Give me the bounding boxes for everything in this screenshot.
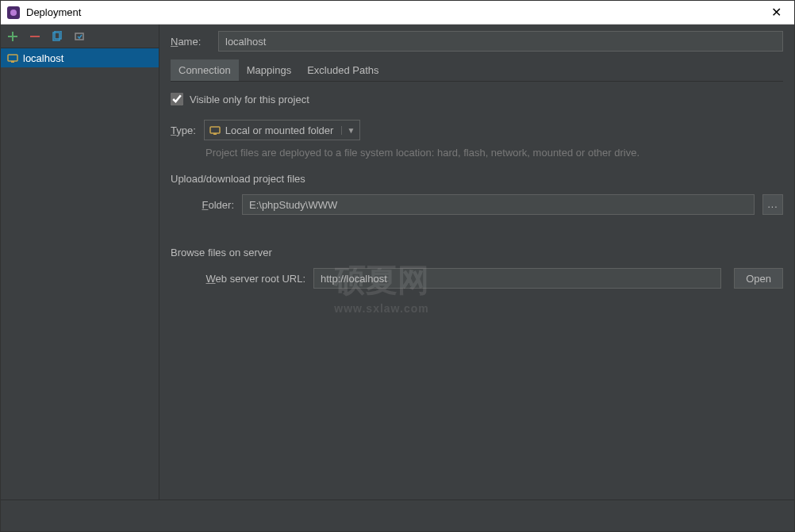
browse-section-label: Browse files on server <box>171 247 783 258</box>
web-root-input[interactable] <box>313 268 721 289</box>
remove-button[interactable] <box>28 29 42 44</box>
app-icon <box>7 6 20 19</box>
sidebar-toolbar <box>1 25 159 48</box>
tab-excluded-paths[interactable]: Excluded Paths <box>299 59 386 81</box>
upload-section-label: Upload/download project files <box>171 173 783 185</box>
copy-button[interactable] <box>50 29 64 44</box>
web-root-row: Web server root URL: Open <box>171 268 783 289</box>
tab-content-connection: Visible only for this project Type: Loca… <box>171 82 783 298</box>
visible-only-label: Visible only for this project <box>190 94 309 105</box>
folder-input[interactable] <box>242 194 755 215</box>
type-select[interactable]: Local or mounted folder ▼ <box>204 120 361 140</box>
svg-point-1 <box>10 10 17 16</box>
type-hint: Project files are deployed to a file sys… <box>205 147 783 159</box>
folder-row: Folder: ... <box>171 194 783 215</box>
close-button[interactable]: ✕ <box>765 5 788 20</box>
open-button[interactable]: Open <box>734 268 783 289</box>
main-panel: Name: Connection Mappings Excluded Paths… <box>159 25 794 499</box>
tab-mappings[interactable]: Mappings <box>239 59 299 81</box>
tabs: Connection Mappings Excluded Paths <box>171 59 783 82</box>
folder-label: Folder: <box>186 199 234 211</box>
deployment-dialog: Deployment ✕ <box>0 0 795 532</box>
server-item-localhost[interactable]: localhost <box>1 48 159 67</box>
server-icon <box>7 52 18 63</box>
browse-folder-button[interactable]: ... <box>762 194 783 215</box>
sidebar: localhost <box>1 25 159 499</box>
svg-rect-7 <box>210 127 220 133</box>
server-item-label: localhost <box>23 52 63 64</box>
type-label: Type: <box>171 124 196 136</box>
svg-rect-5 <box>8 55 17 61</box>
server-list: localhost <box>1 48 159 499</box>
name-input[interactable] <box>218 31 783 52</box>
type-value: Local or mounted folder <box>225 124 334 136</box>
dialog-footer <box>1 499 794 531</box>
folder-icon <box>209 124 221 136</box>
name-row: Name: <box>171 31 783 52</box>
tab-connection[interactable]: Connection <box>171 59 239 81</box>
type-row: Type: Local or mounted folder ▼ <box>171 120 783 140</box>
titlebar: Deployment ✕ <box>1 1 794 25</box>
name-label: Name: <box>171 36 210 48</box>
dialog-body: localhost Name: Connection Mappings Excl… <box>1 25 794 499</box>
add-button[interactable] <box>6 29 20 44</box>
svg-rect-6 <box>11 61 14 63</box>
visible-only-row: Visible only for this project <box>171 93 783 105</box>
web-root-label: Web server root URL: <box>186 273 305 285</box>
svg-rect-8 <box>213 133 217 135</box>
default-button[interactable] <box>72 29 86 44</box>
chevron-down-icon: ▼ <box>341 126 355 135</box>
visible-only-checkbox[interactable] <box>171 93 183 105</box>
window-title: Deployment <box>26 6 765 18</box>
